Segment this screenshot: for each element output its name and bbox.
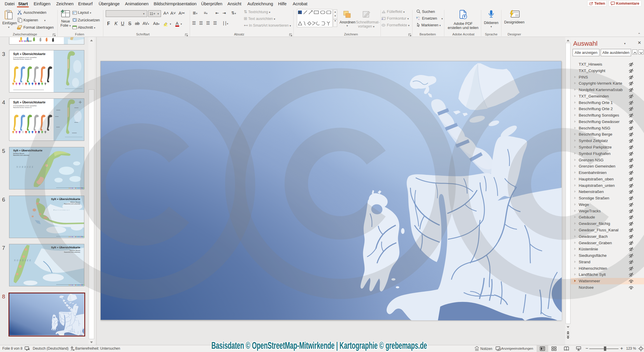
svg-text:Südlicher Bereich: Südlicher Bereich — [70, 250, 80, 251]
svg-text:Rasterbild (nicht editierbar): Rasterbild (nicht editierbar) — [64, 252, 80, 253]
svg-text:c: c — [418, 18, 419, 20]
svg-text:Sylt » Übersichtskarte: Sylt » Übersichtskarte — [13, 52, 45, 56]
svg-text:NORDSEE: NORDSEE — [16, 166, 34, 168]
svg-text:Sylt » Übersichtskarte: Sylt » Übersichtskarte — [13, 100, 45, 104]
svg-text:Rasterbild-Struktur Variante 0: Rasterbild-Struktur Variante 02 — [13, 59, 32, 60]
svg-text:Rasterbild (nicht editierbar): Rasterbild (nicht editierbar) — [13, 155, 30, 156]
svg-text:Rasterbild-Struktur Variante 0: Rasterbild-Struktur Variante 03 — [13, 107, 32, 108]
svg-text:Mittlerer Bereich: Mittlerer Bereich — [71, 201, 80, 203]
svg-text:Sylt » Übersichtskarte: Sylt » Übersichtskarte — [51, 197, 80, 201]
svg-text:Sylt » Übersichtskarte: Sylt » Übersichtskarte — [13, 149, 42, 152]
svg-text:Sylt » Übersichtskarte: Sylt » Übersichtskarte — [51, 246, 80, 249]
svg-text:5 Gemeindeflächen einzeln ausw: 5 Gemeindeflächen einzeln auswahlbar — [13, 105, 37, 107]
svg-text:Wattenmeer: Wattenmeer — [53, 209, 70, 211]
svg-text:NORDSEE: NORDSEE — [14, 259, 32, 262]
svg-text:5 Gemeindeflächen einzeln ausw: 5 Gemeindeflächen einzeln auswahlbar — [13, 57, 37, 58]
svg-text:A: A — [299, 11, 301, 14]
svg-text:Rasterbild (nicht editierbar): Rasterbild (nicht editierbar) — [64, 203, 80, 205]
svg-text:Nördlicher Bereich: Nördlicher Bereich — [13, 153, 24, 154]
